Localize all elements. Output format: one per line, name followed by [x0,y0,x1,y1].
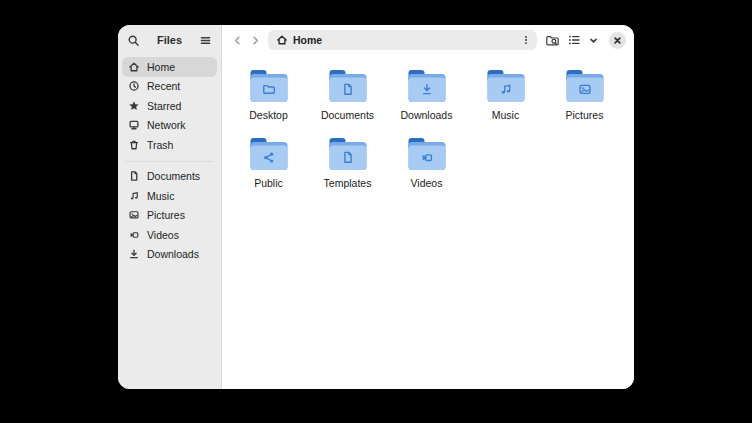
view-options-dropdown-button[interactable] [588,35,599,46]
folder-documents[interactable]: Documents [308,70,387,121]
folder-templates[interactable]: Templates [308,138,387,189]
forward-button[interactable] [246,31,264,49]
headerbar: Home [222,25,634,55]
home-icon [276,34,288,46]
clock-icon [128,80,140,92]
folder-icon [407,138,447,171]
sidebar-list: Home Recent Starred Network [118,55,221,264]
back-button[interactable] [228,31,246,49]
folder-icon [328,70,368,103]
document-icon [128,170,140,182]
folder-videos[interactable]: Videos [387,138,466,189]
sidebar-item-downloads[interactable]: Downloads [122,245,217,265]
close-icon [613,36,622,45]
folder-icon [249,138,289,171]
video-icon [128,229,140,241]
search-button[interactable] [127,34,140,47]
sidebar-header: Files [118,25,221,55]
folder-name: Templates [324,177,372,189]
chevron-down-icon [588,35,599,46]
sidebar-item-documents[interactable]: Documents [122,167,217,187]
path-menu-button[interactable] [520,34,532,46]
sidebar-item-recent[interactable]: Recent [122,77,217,97]
sidebar-item-home[interactable]: Home [122,57,217,77]
sidebar-item-label: Downloads [147,248,199,260]
folder-public[interactable]: Public [229,138,308,189]
chevron-right-icon [249,34,262,47]
search-icon [127,34,140,47]
folder-name: Documents [321,109,374,121]
folder-name: Downloads [401,109,453,121]
current-location-label: Home [293,34,322,46]
folder-name: Pictures [566,109,604,121]
sidebar-item-videos[interactable]: Videos [122,225,217,245]
search-everywhere-button[interactable] [545,33,560,48]
sidebar-item-network[interactable]: Network [122,116,217,136]
folder-name: Desktop [249,109,288,121]
window-close-button[interactable] [609,32,626,49]
kebab-menu-icon [520,34,532,46]
files-window: Files Home Recent [118,25,634,389]
main-pane: Home [222,25,634,389]
music-icon [128,190,140,202]
sidebar-item-label: Network [147,119,186,131]
sidebar-item-label: Videos [147,229,179,241]
path-bar[interactable]: Home [268,30,537,50]
sidebar-item-label: Documents [147,170,200,182]
chevron-left-icon [231,34,244,47]
image-icon [128,209,140,221]
sidebar-item-trash[interactable]: Trash [122,135,217,155]
list-view-icon [567,33,581,47]
sidebar-item-music[interactable]: Music [122,186,217,206]
sidebar-item-pictures[interactable]: Pictures [122,206,217,226]
folder-search-icon [545,33,560,48]
folder-name: Videos [411,177,443,189]
headerbar-actions [545,32,626,49]
folder-downloads[interactable]: Downloads [387,70,466,121]
sidebar-separator [125,161,214,162]
folder-pictures[interactable]: Pictures [545,70,624,121]
sidebar-item-label: Trash [147,139,173,151]
folder-music[interactable]: Music [466,70,545,121]
sidebar-item-label: Pictures [147,209,185,221]
sidebar-item-starred[interactable]: Starred [122,96,217,116]
folder-name: Public [254,177,283,189]
folder-icon [407,70,447,103]
trash-icon [128,139,140,151]
sidebar: Files Home Recent [118,25,222,389]
folder-grid: Desktop Documents [222,55,634,189]
main-menu-button[interactable] [199,34,212,47]
hamburger-menu-icon [199,34,212,47]
folder-icon [249,70,289,103]
list-view-toggle-button[interactable] [567,33,581,47]
sidebar-item-label: Starred [147,100,181,112]
network-icon [128,119,140,131]
home-icon [128,61,140,73]
sidebar-item-label: Recent [147,80,180,92]
folder-icon [328,138,368,171]
app-title: Files [157,34,182,46]
sidebar-item-label: Home [147,61,175,73]
folder-icon [486,70,526,103]
folder-name: Music [492,109,519,121]
folder-icon [565,70,605,103]
sidebar-item-label: Music [147,190,174,202]
folder-desktop[interactable]: Desktop [229,70,308,121]
download-icon [128,248,140,260]
star-icon [128,100,140,112]
